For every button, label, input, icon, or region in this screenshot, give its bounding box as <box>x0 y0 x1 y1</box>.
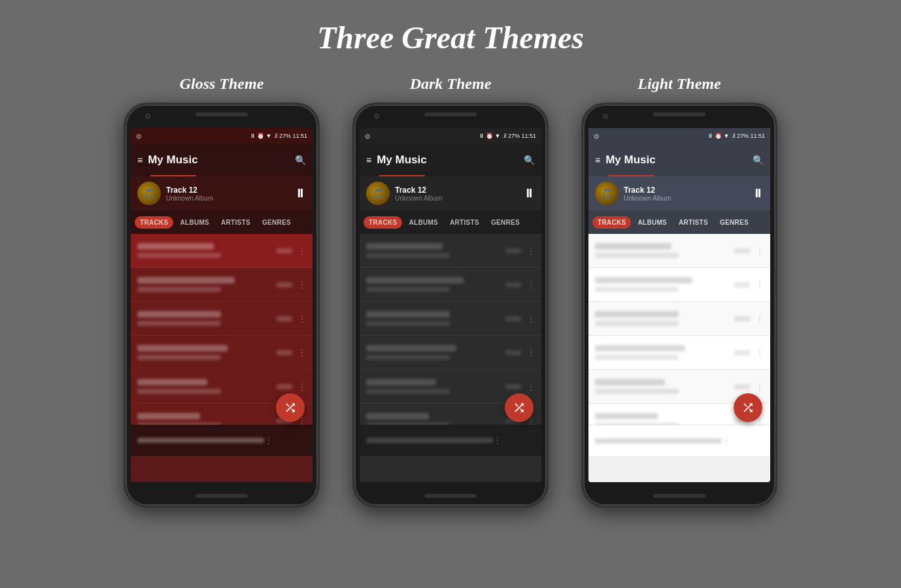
light-tabs-bar: TRACKS ALBUMS ARTISTS GENRES <box>588 210 770 234</box>
gloss-tab-artists[interactable]: ARTISTS <box>216 216 256 229</box>
light-three-dots-4[interactable]: ⋮ <box>755 348 764 358</box>
gloss-screen: ⊙ ⏸ ⏰ ▼ .il 27% 11:51 ≡ My Music 🔍 🎵 Tra… <box>131 128 313 482</box>
dark-three-dots-1[interactable]: ⋮ <box>526 246 535 256</box>
light-theme-label: Light Theme <box>638 75 721 93</box>
dark-hamburger-icon[interactable]: ≡ <box>366 155 371 165</box>
light-status-bar: ⊙ ⏸ ⏰ ▼ .il 27% 11:51 <box>588 128 770 144</box>
gloss-app-title: My Music <box>148 154 290 167</box>
light-camera <box>603 114 608 119</box>
dark-pause-btn[interactable]: ⏸ <box>523 187 535 201</box>
light-tab-albums[interactable]: ALBUMS <box>632 216 672 229</box>
dark-three-dots-3[interactable]: ⋮ <box>526 314 535 324</box>
gloss-track-info: Track 12 Unknown Album <box>166 186 289 202</box>
light-app-title: My Music <box>605 154 747 167</box>
dark-track-row-2[interactable]: ⋮ <box>360 268 541 302</box>
light-tab-genres[interactable]: GENRES <box>715 216 754 229</box>
gloss-now-playing: 🎵 Track 12 Unknown Album ⏸ <box>131 176 313 210</box>
dark-tab-genres[interactable]: GENRES <box>486 216 525 229</box>
light-track-row-3[interactable]: ⋮ <box>588 302 770 336</box>
dark-phone: ⊙ ⏸ ⏰ ▼ .il 27% 11:51 ≡ My Music 🔍 🎵 Tra… <box>352 103 549 508</box>
gloss-track-album: Unknown Album <box>166 195 289 202</box>
gloss-track-row-text <box>137 243 277 258</box>
gloss-pause-btn[interactable]: ⏸ <box>294 187 306 201</box>
dark-tab-albums[interactable]: ALBUMS <box>403 216 443 229</box>
dark-track-list: ⋮ ⋮ <box>360 234 541 456</box>
dark-track-row-4[interactable]: ⋮ <box>360 336 541 370</box>
light-three-dots-5[interactable]: ⋮ <box>755 382 764 392</box>
dark-track-row-3[interactable]: ⋮ <box>360 302 541 336</box>
gloss-status-right: ⏸ ⏰ ▼ .il 27% 11:51 <box>250 133 307 139</box>
light-theme-wrapper: Light Theme ⊙ ⏸ ⏰ ▼ .il 27% 11:51 ≡ My M… <box>581 75 777 508</box>
light-tab-artists[interactable]: ARTISTS <box>673 216 713 229</box>
gloss-theme-wrapper: Gloss Theme ⊙ ⏸ ⏰ ▼ .il 27% 11:51 ≡ My M… <box>124 75 320 508</box>
dark-tab-artists[interactable]: ARTISTS <box>445 216 484 229</box>
gloss-speaker <box>196 494 248 498</box>
dark-tab-tracks[interactable]: TRACKS <box>364 216 402 229</box>
gloss-search-icon[interactable]: 🔍 <box>295 155 306 165</box>
dark-track-info: Track 12 Unknown Album <box>395 186 518 202</box>
light-now-playing: 🎵 Track 12 Unknown Album ⏸ <box>588 176 770 210</box>
themes-container: Gloss Theme ⊙ ⏸ ⏰ ▼ .il 27% 11:51 ≡ My M… <box>124 75 777 508</box>
light-three-dots-3[interactable]: ⋮ <box>755 314 764 324</box>
light-track-name: Track 12 <box>624 186 747 195</box>
gloss-three-dots-4[interactable]: ⋮ <box>298 348 306 358</box>
gloss-app-header: ≡ My Music 🔍 <box>131 144 313 176</box>
dark-theme-wrapper: Dark Theme ⊙ ⏸ ⏰ ▼ .il 27% 11:51 ≡ My Mu… <box>352 75 549 508</box>
gloss-three-dots-2[interactable]: ⋮ <box>298 280 306 290</box>
dark-track-row-1[interactable]: ⋮ <box>360 234 541 268</box>
gloss-track-row-2[interactable]: ⋮ <box>131 268 313 302</box>
light-bottom-dots[interactable]: ⋮ <box>722 436 730 446</box>
dark-tabs-bar: TRACKS ALBUMS ARTISTS GENRES <box>360 210 541 234</box>
gloss-track-list: ⋮ ⋮ <box>131 234 313 456</box>
light-track-row-1[interactable]: ⋮ <box>588 234 770 268</box>
dark-status-left: ⊙ <box>365 133 370 140</box>
gloss-three-dots-1[interactable]: ⋮ <box>298 246 306 256</box>
dark-shuffle-fab[interactable] <box>505 393 534 422</box>
dark-search-icon[interactable]: 🔍 <box>524 155 535 165</box>
light-pause-btn[interactable]: ⏸ <box>752 187 764 201</box>
gloss-three-dots-5[interactable]: ⋮ <box>298 382 306 392</box>
light-search-icon[interactable]: 🔍 <box>753 155 764 165</box>
dark-app-title: My Music <box>377 154 518 167</box>
gloss-tab-genres[interactable]: GENRES <box>257 216 296 229</box>
dark-bottom-bar: ⋮ <box>360 425 541 456</box>
gloss-tab-tracks[interactable]: TRACKS <box>135 216 173 229</box>
dark-theme-label: Dark Theme <box>410 75 492 93</box>
gloss-three-dots-3[interactable]: ⋮ <box>298 314 306 324</box>
light-shuffle-fab[interactable] <box>734 393 762 422</box>
gloss-status-left: ⊙ <box>136 133 141 140</box>
light-track-row-2[interactable]: ⋮ <box>588 268 770 302</box>
page-title: Three Great Themes <box>317 20 584 56</box>
dark-track-album: Unknown Album <box>395 195 518 202</box>
gloss-camera <box>145 114 150 119</box>
light-tab-tracks[interactable]: TRACKS <box>592 216 631 229</box>
dark-three-dots-2[interactable]: ⋮ <box>526 280 535 290</box>
dark-speaker <box>424 494 477 498</box>
dark-now-playing: 🎵 Track 12 Unknown Album ⏸ <box>360 176 541 210</box>
light-three-dots-1[interactable]: ⋮ <box>755 246 764 256</box>
light-status-right: ⏸ ⏰ ▼ .il 27% 11:51 <box>707 133 765 139</box>
light-track-info: Track 12 Unknown Album <box>624 186 747 202</box>
dark-status-bar: ⊙ ⏸ ⏰ ▼ .il 27% 11:51 <box>360 128 541 144</box>
light-app-header: ≡ My Music 🔍 <box>588 144 770 176</box>
light-phone: ⊙ ⏸ ⏰ ▼ .il 27% 11:51 ≡ My Music 🔍 🎵 Tra… <box>581 103 777 508</box>
gloss-phone: ⊙ ⏸ ⏰ ▼ .il 27% 11:51 ≡ My Music 🔍 🎵 Tra… <box>124 103 320 508</box>
dark-track-name: Track 12 <box>395 186 518 195</box>
gloss-track-row-3[interactable]: ⋮ <box>131 302 313 336</box>
dark-bottom-dots[interactable]: ⋮ <box>493 435 502 446</box>
light-track-row-4[interactable]: ⋮ <box>588 336 770 370</box>
dark-three-dots-5[interactable]: ⋮ <box>526 382 535 392</box>
gloss-track-row-4[interactable]: ⋮ <box>131 336 313 370</box>
light-three-dots-2[interactable]: ⋮ <box>755 280 764 290</box>
gloss-track-row[interactable]: ⋮ <box>131 234 313 268</box>
light-hamburger-icon[interactable]: ≡ <box>595 155 600 165</box>
gloss-hamburger-icon[interactable]: ≡ <box>137 155 143 165</box>
dark-screen: ⊙ ⏸ ⏰ ▼ .il 27% 11:51 ≡ My Music 🔍 🎵 Tra… <box>360 128 541 482</box>
gloss-bottom-dots[interactable]: ⋮ <box>264 435 273 446</box>
dark-three-dots-4[interactable]: ⋮ <box>526 348 535 358</box>
gloss-tab-albums[interactable]: ALBUMS <box>175 216 214 229</box>
dark-album-thumb: 🎵 <box>366 182 390 205</box>
light-screen: ⊙ ⏸ ⏰ ▼ .il 27% 11:51 ≡ My Music 🔍 🎵 Tra… <box>588 128 770 482</box>
gloss-shuffle-fab[interactable] <box>276 393 305 422</box>
dark-camera <box>374 114 379 119</box>
